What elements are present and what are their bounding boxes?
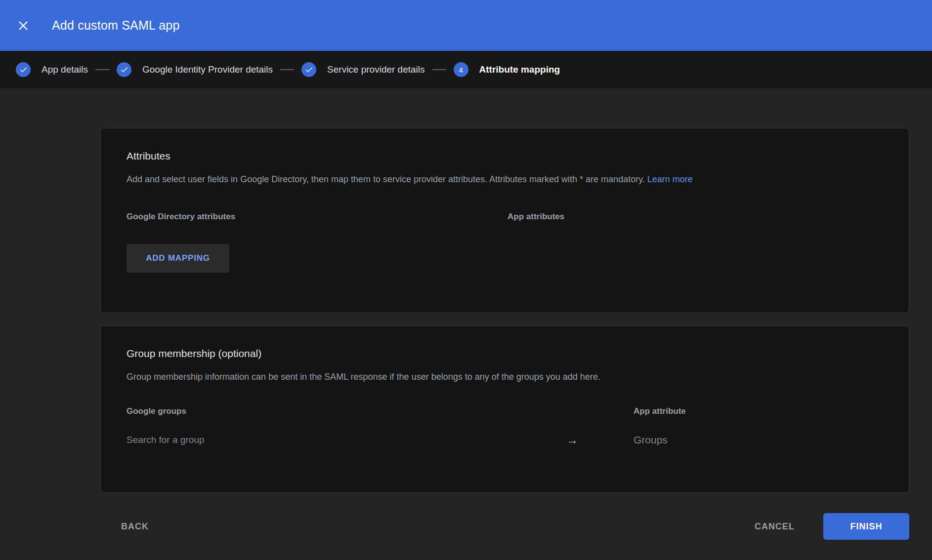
check-circle-icon	[16, 62, 31, 77]
group-membership-description: Group membership information can be sent…	[127, 371, 883, 383]
stepper: App details Google Identity Provider det…	[0, 51, 932, 88]
attributes-card: Attributes Add and select user fields in…	[100, 128, 909, 313]
step-label: Service provider details	[327, 64, 424, 75]
step-app-details[interactable]: App details	[16, 62, 88, 77]
footer-actions: BACK CANCEL FINISH	[121, 513, 909, 540]
step-service-provider-details[interactable]: Service provider details	[301, 62, 424, 77]
arrow-right-icon: →	[566, 433, 634, 447]
group-membership-card: Group membership (optional) Group member…	[100, 325, 909, 493]
app-attribute-input[interactable]	[634, 434, 782, 446]
step-number-circle: 4	[454, 62, 468, 77]
step-connector	[432, 69, 446, 70]
group-search-input[interactable]	[127, 435, 566, 445]
close-icon[interactable]	[16, 19, 30, 33]
attributes-card-description: Add and select user fields in Google Dir…	[127, 174, 883, 185]
check-circle-icon	[117, 62, 131, 77]
back-button[interactable]: BACK	[121, 521, 149, 532]
google-directory-attributes-header: Google Directory attributes	[127, 212, 508, 222]
add-mapping-button[interactable]: ADD MAPPING	[127, 244, 229, 273]
step-label: Attribute mapping	[479, 64, 560, 75]
app-attributes-header: App attributes	[508, 212, 564, 222]
step-attribute-mapping[interactable]: 4 Attribute mapping	[454, 62, 560, 77]
page-title: Add custom SAML app	[52, 18, 180, 33]
step-connector	[280, 69, 294, 70]
app-attribute-header: App attribute	[634, 406, 686, 416]
google-groups-header: Google groups	[127, 406, 634, 416]
group-column-headers: Google groups App attribute	[127, 406, 883, 416]
check-circle-icon	[301, 62, 316, 77]
dialog-header: Add custom SAML app	[0, 0, 932, 51]
cancel-button[interactable]: CANCEL	[755, 521, 795, 532]
step-connector	[95, 69, 109, 70]
group-mapping-row: →	[127, 433, 883, 447]
learn-more-link[interactable]: Learn more	[647, 174, 693, 184]
step-label: Google Identity Provider details	[142, 64, 273, 75]
group-membership-card-title: Group membership (optional)	[127, 348, 883, 360]
finish-button[interactable]: FINISH	[823, 513, 909, 540]
attributes-description-text: Add and select user fields in Google Dir…	[127, 174, 647, 184]
step-google-idp-details[interactable]: Google Identity Provider details	[117, 62, 273, 77]
attributes-column-headers: Google Directory attributes App attribut…	[127, 212, 883, 222]
attributes-card-title: Attributes	[127, 150, 883, 162]
step-label: App details	[42, 64, 88, 75]
